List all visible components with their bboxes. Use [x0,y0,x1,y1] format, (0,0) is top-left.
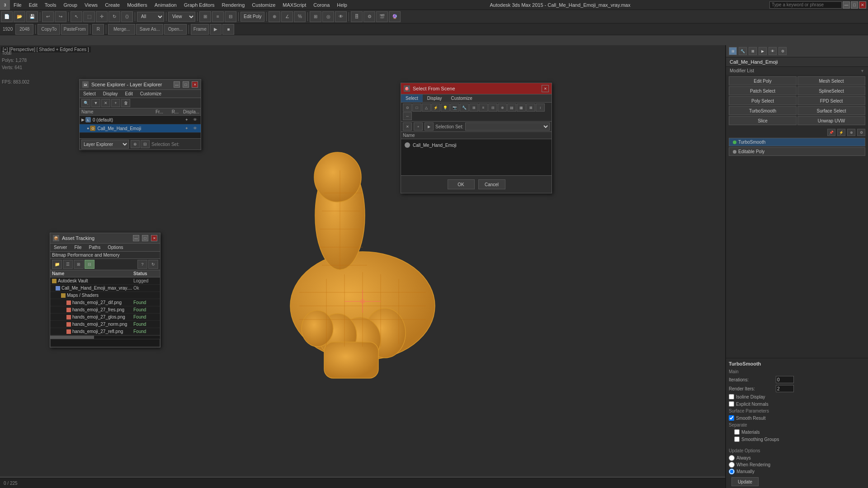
menu-views[interactable]: Views [81,1,101,9]
ts-materials-checkbox[interactable] [734,429,740,435]
angle-snap-btn[interactable]: ∠ [281,11,293,22]
ts-render-iters-input[interactable] [776,385,794,392]
mesh-select-btn[interactable]: Mesh Select [797,76,865,85]
menu-corona[interactable]: Corona [310,1,333,9]
at-menu-file[interactable]: File [71,244,85,251]
ts-smooth-result-checkbox[interactable] [729,415,734,421]
se-filter-btn[interactable]: ▼ [91,99,100,107]
at-input[interactable] [50,339,160,347]
modifier-stack-item-turbosmooth[interactable]: TurboSmooth [729,138,865,146]
menu-edit[interactable]: Edit [25,1,41,9]
ts-isoline-checkbox[interactable] [729,394,734,399]
maximize-btn[interactable]: □ [851,1,858,9]
se-footer-dropdown[interactable]: Layer Explorer [81,140,129,149]
percent-snap-btn[interactable]: % [294,11,306,22]
panel-icon-modify[interactable]: 🔧 [739,47,747,55]
sfs-btn-3[interactable]: △ [422,103,431,112]
sfs-btn-14[interactable]: ⊠ [526,103,535,112]
ts-explicit-checkbox[interactable] [729,401,734,407]
ts-smoothing-groups-checkbox[interactable] [734,436,740,442]
at-toolbar-btn3[interactable]: ⊞ [74,260,84,269]
sfs-titlebar[interactable]: 🎯 Select From Scene ✕ [401,83,552,94]
menu-animation[interactable]: Animation [151,1,180,9]
scene-explorer-close-btn[interactable]: ✕ [192,81,198,88]
at-menu-options[interactable]: Options [104,244,127,251]
menu-create[interactable]: Create [101,1,123,9]
frame-btn[interactable]: Frame [191,24,209,35]
sfs-close-btn[interactable]: ✕ [542,85,549,92]
menu-group[interactable]: Group [60,1,81,9]
create-selection-btn[interactable]: Edit Poly [241,12,264,22]
r-btn[interactable]: R [92,24,104,35]
menu-file[interactable]: File [10,1,25,9]
se-add-btn[interactable]: + [111,99,120,107]
sfs-btn-12[interactable]: ▤ [507,103,516,112]
se-delete-btn[interactable]: 🗑 [121,99,130,107]
sfs-cancel-btn[interactable]: Cancel [478,179,505,189]
sfs-btn-9[interactable]: ≡ [479,103,488,112]
modifier-stack[interactable]: 📌 ⚡ ⊕ ⚙ TurboSmooth Editable Poly [726,127,868,358]
sfs-btn-4[interactable]: ⚡ [431,103,440,112]
paste-from-btn[interactable]: PasteFrom [61,24,88,35]
sfs-btn-11[interactable]: ⊕ [498,103,507,112]
rotate-btn[interactable]: ↻ [108,11,120,22]
at-row-hands-glos[interactable]: hands_emoji_27_glos.png Found [50,314,160,321]
se-menu-customize[interactable]: Customize [137,90,165,98]
se-footer-btn2[interactable]: ⊟ [141,140,150,148]
at-row-hands-fres[interactable]: hands_emoji_27_fres.png Found [50,306,160,314]
snap-btn[interactable]: ⊕ [269,11,280,22]
undo-btn[interactable]: ↩ [42,11,54,22]
menu-customize[interactable]: Customize [248,1,279,9]
sfs-btn-1[interactable]: ⊙ [403,103,412,112]
sfs-menu-display[interactable]: Display [423,94,447,102]
menu-modifiers[interactable]: Modifiers [123,1,151,9]
at-toolbar-btn4[interactable]: ⊟ [85,260,94,269]
sfs-btn-7[interactable]: 🔧 [460,103,469,112]
stack-pin-btn[interactable]: 📌 [827,129,835,136]
sfs-btn-16[interactable]: ↔ [403,112,412,120]
select-btn[interactable]: ↖ [71,11,82,22]
at-menu-server[interactable]: Server [50,244,71,251]
edit-poly-btn[interactable]: Edit Poly [729,76,797,85]
sfs-sub-close-btn[interactable]: ✕ [403,122,412,131]
sfs-btn-10[interactable]: ⊟ [488,103,497,112]
search-input[interactable] [769,1,842,9]
se-menu-edit[interactable]: Edit [122,90,137,98]
scene-explorer-maximize-btn[interactable]: □ [183,81,189,88]
openfile-btn[interactable]: Open... [164,24,187,35]
panel-icon-hierarchy[interactable]: ⊠ [749,47,757,55]
slice-btn[interactable]: Slice [729,116,797,125]
menu-tools[interactable]: Tools [41,1,60,9]
sfs-btn-2[interactable]: □ [412,103,421,112]
save-btn[interactable]: 💾 [26,11,38,22]
at-scrollbar[interactable] [50,335,160,339]
radio-when-rendering[interactable] [729,462,735,468]
modifier-stack-item-editablepoly[interactable]: Editable Poly [729,147,865,156]
radio-always[interactable] [729,455,735,461]
isolate-btn[interactable]: ◎ [322,11,334,22]
se-row-default-layer[interactable]: ▶ L 0 (default) ✦ 👁 [80,116,201,124]
play-btn[interactable]: ▶ [210,24,222,35]
at-toolbar-btn1[interactable]: 📁 [52,260,62,269]
se-footer-btn1[interactable]: ⊕ [131,140,140,148]
at-minimize-btn[interactable]: — [133,235,139,241]
sfs-btn-13[interactable]: ▦ [517,103,526,112]
tb2-btn1[interactable]: 2048 [15,24,33,35]
menu-rendering[interactable]: Rendering [218,1,249,9]
se-row-call-me-hand[interactable]: ● O Call_Me_Hand_Emoji ✦ 👁 [80,124,201,133]
se-menu-display[interactable]: Display [99,90,122,98]
select-move-btn[interactable]: ✛ [96,11,108,22]
at-close-btn[interactable]: ✕ [151,235,157,241]
array-btn[interactable]: ⊟ [225,11,236,22]
saveas-btn[interactable]: Save As... [136,24,163,35]
panel-icon-create[interactable]: ⊞ [729,47,737,55]
panel-icon-utilities[interactable]: ⚙ [778,47,787,55]
menu-graph-editors[interactable]: Graph Editors [180,1,218,9]
panel-icon-display[interactable]: 👁 [769,47,777,55]
radio-manually[interactable] [729,469,735,474]
sfs-btn-8[interactable]: ⊞ [469,103,478,112]
manage-btn[interactable]: ⚙ [363,11,375,22]
turbosmooth-btn[interactable]: TurboSmooth [729,106,797,115]
at-row-maps-shaders[interactable]: Maps / Shaders [50,292,160,299]
spline-select-btn[interactable]: SplineSelect [797,86,865,95]
